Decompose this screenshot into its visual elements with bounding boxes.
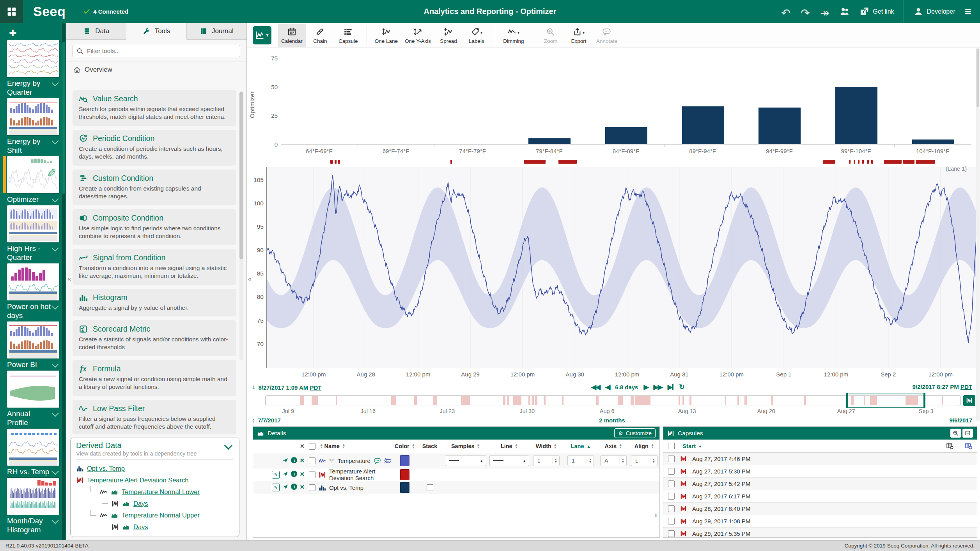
skip-to-now-icon[interactable]: ▶ [668, 383, 673, 391]
pin-icon[interactable] [282, 471, 289, 477]
toolbar-chain-button[interactable]: Chain [306, 24, 334, 47]
remove-icon[interactable]: ✕ [299, 457, 305, 464]
col-align[interactable]: Align▲▼ [629, 443, 659, 449]
col-stack[interactable]: Stack [418, 443, 442, 449]
capsule-checkbox[interactable] [668, 468, 675, 475]
worksheet-item[interactable]: Month/Day Histogram [7, 478, 59, 534]
capsule-mark[interactable] [450, 160, 452, 164]
capsule-mark[interactable] [858, 160, 860, 164]
col-color[interactable]: Color▲▼ [392, 443, 418, 449]
select-all-checkbox[interactable] [309, 443, 315, 450]
step-forward-full-icon[interactable]: ▶▶ [654, 383, 662, 391]
col-line[interactable]: Line▲▼ [489, 443, 529, 449]
worksheet-item[interactable]: Energy by Shift [7, 98, 59, 155]
worksheet-thumbnail[interactable] [7, 40, 59, 77]
worksheet-item[interactable]: Optimizer [7, 156, 59, 204]
timeline-capsule-button[interactable] [963, 395, 975, 406]
step-forward-icon[interactable]: ▶ [643, 383, 648, 391]
capsule-row[interactable]: Aug 29, 2017 5:35 PM [663, 528, 977, 538]
collapse-tools-handle[interactable]: « [247, 274, 253, 284]
toolbar-calendar-button[interactable]: Calendar [278, 24, 306, 47]
overview-link[interactable]: Overview [73, 66, 239, 74]
chevron-down-icon[interactable] [51, 195, 58, 202]
investigate-timeline[interactable] [265, 395, 961, 406]
derived-item-link[interactable]: Temperature Normal Lower [122, 488, 200, 496]
worksheet-thumbnail[interactable] [7, 205, 59, 242]
histogram-bar[interactable] [758, 108, 801, 144]
details-row[interactable]: i✕°FTemperature▴▴1▴▾1▴▾A▴▾L▴▾ [253, 453, 659, 468]
stack-checkbox[interactable] [427, 484, 433, 491]
chevron-down-icon[interactable] [51, 79, 58, 86]
details-scroll-grip[interactable]: ‖ [655, 512, 657, 518]
chevron-down-icon[interactable] [51, 517, 58, 524]
capsule-mark[interactable] [862, 160, 864, 164]
histogram-bar[interactable] [682, 106, 724, 144]
step-back-full-icon[interactable]: ◀◀ [591, 383, 600, 391]
color-swatch[interactable] [400, 469, 409, 480]
display-end[interactable]: 9/2/2017 8:27 PM PDT [913, 383, 972, 390]
capsule-mark[interactable] [854, 160, 856, 164]
derived-item-link[interactable]: Days [133, 500, 148, 507]
filter-tools-input[interactable] [73, 45, 240, 57]
row-checkbox[interactable] [309, 457, 315, 464]
capsule-mark[interactable] [871, 160, 873, 164]
tool-card[interactable]: Custom ConditionCreate a condition from … [73, 170, 236, 205]
tool-card[interactable]: Periodic ConditionCreate a condition of … [73, 130, 236, 166]
capsule-mark[interactable] [338, 160, 340, 164]
capsule-checkbox[interactable] [668, 493, 675, 500]
capsule-row[interactable]: Aug 27, 2017 5:30 PM [663, 465, 977, 478]
investigate-start[interactable]: 7/7/2017 [258, 417, 281, 424]
toolbar-zoom-button[interactable]: Zoom [537, 24, 565, 47]
toolbar-one-y-axis-button[interactable]: One Y-Axis [401, 24, 434, 47]
view-selector-button[interactable]: ▼ [253, 26, 271, 44]
tab-data[interactable]: Data [66, 23, 126, 39]
derived-item-link[interactable]: Days [133, 523, 148, 531]
capsule-mark[interactable] [823, 160, 835, 164]
add-column-icon[interactable] [946, 442, 953, 450]
chevron-down-icon[interactable] [51, 410, 58, 417]
tool-card[interactable]: Scorecard MetricCreate a statistic of si… [73, 320, 236, 356]
details-row[interactable]: ✎i✕Temperature Alert Deviation Search [253, 468, 659, 481]
user-menu[interactable]: Developer [913, 7, 955, 17]
chevron-down-icon[interactable] [51, 468, 58, 475]
samples-dropdown[interactable]: ▴ [445, 455, 486, 466]
worksheet-item[interactable]: Energy by Quarter [7, 40, 59, 97]
color-swatch[interactable] [400, 455, 409, 466]
col-lane[interactable]: Lane▲ [564, 443, 598, 449]
histogram-bar[interactable] [912, 140, 954, 144]
selection-handle-left[interactable] [846, 393, 848, 408]
tab-journal[interactable]: Journal [187, 23, 246, 39]
capsule-checkbox[interactable] [668, 456, 675, 462]
capsule-row[interactable]: Aug 27, 2017 5:42 PM [663, 478, 977, 490]
toolbar-capsule-button[interactable]: Capsule [334, 24, 362, 47]
capsule-row[interactable]: Aug 28, 2017 8:40 PM [663, 503, 977, 515]
tool-card[interactable]: Low Pass FilterFilter a signal to pass f… [73, 400, 236, 434]
histogram-bar[interactable] [835, 87, 877, 144]
selection-handle-right[interactable] [923, 393, 925, 408]
toolbar-spread-button[interactable]: Spread [434, 24, 463, 47]
connection-status[interactable]: 4 Connected [83, 8, 128, 15]
arrow-down-icon[interactable]: ↓ [252, 383, 255, 391]
derived-item-link[interactable]: Temperature Alert Deviation Search [87, 477, 188, 484]
derived-item-link[interactable]: Opt vs. Temp [87, 465, 125, 472]
worksheet-thumbnail[interactable] [7, 156, 59, 193]
tools-scrollbar[interactable] [239, 92, 243, 360]
timeline-selection[interactable] [847, 394, 925, 408]
chevron-down-icon[interactable] [51, 244, 58, 251]
capsule-row[interactable]: Aug 29, 2017 1:08 PM [663, 515, 977, 528]
toolbar-dimming-button[interactable]: ▾Dimming [500, 24, 528, 47]
capsule-mark[interactable] [558, 160, 577, 164]
get-link-button[interactable]: Get link [859, 7, 894, 17]
axis-stepper[interactable]: A▴▾ [600, 455, 627, 466]
pin-icon[interactable] [282, 484, 289, 490]
step-back-icon[interactable]: ◀ [605, 383, 610, 391]
edit-icon[interactable]: ✎ [272, 471, 280, 479]
users-icon[interactable] [840, 7, 850, 17]
capsule-checkbox[interactable] [668, 505, 675, 512]
worksheet-thumbnail[interactable] [7, 263, 59, 300]
redo-icon[interactable]: ↷ [801, 7, 811, 17]
derived-item-link[interactable]: Temperature Normal Upper [122, 512, 200, 519]
edit-icon[interactable]: ✎ [272, 484, 280, 491]
derived-data-header[interactable]: Derived Data [76, 441, 234, 450]
capsule-mark[interactable] [884, 160, 902, 164]
